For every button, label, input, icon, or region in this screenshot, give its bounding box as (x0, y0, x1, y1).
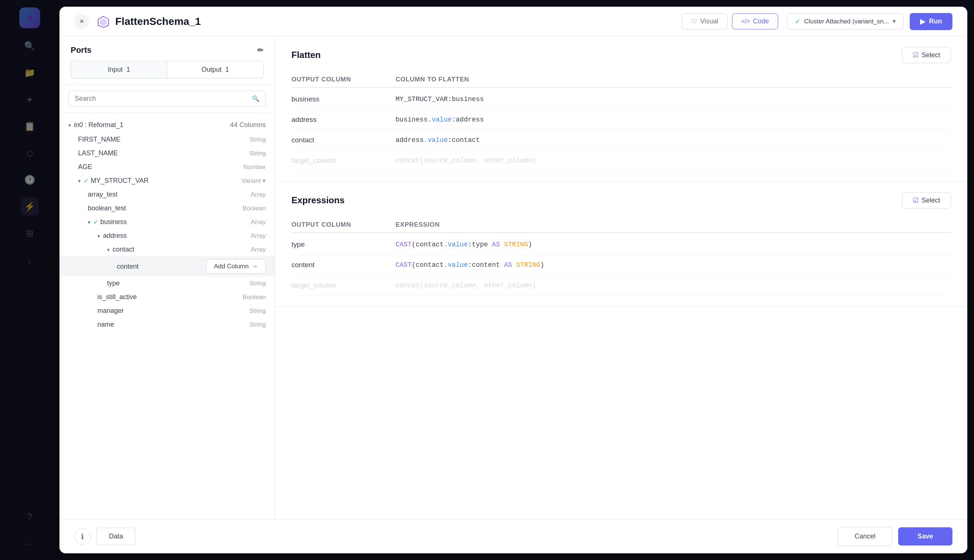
visual-view-button[interactable]: ♡ Visual (682, 13, 727, 30)
columns-count: 44 Columns (230, 121, 266, 129)
flatten-value-address: business.value:address (395, 116, 951, 123)
flatten-output-placeholder: target_column (292, 157, 395, 165)
flatten-section: Flatten ☑ Select Output Column Column to… (275, 37, 967, 182)
item-name: array_test (88, 191, 117, 198)
cluster-button[interactable]: ✓ Cluster Attached (variant_sn... ▾ (787, 13, 904, 30)
modal-header: × FlattenSchema_1 ♡ Visual </> Code ✓ Cl… (60, 7, 967, 37)
add-column-button[interactable]: Add Column → (206, 259, 266, 273)
tree-item-contact[interactable]: ▾ contact Array (60, 243, 275, 257)
item-name: name (97, 321, 114, 328)
chevron-down-icon: ▾ (78, 178, 81, 184)
flatten-select-button[interactable]: ☑ Select (902, 47, 951, 63)
expr-value-content: CAST(contact.value:content AS STRING) (395, 261, 951, 269)
chevron-down-icon: ▾ (892, 17, 896, 25)
port-tabs: Input 1 Output 1 (71, 61, 264, 78)
input-tab[interactable]: Input 1 (71, 61, 167, 78)
ports-title-row: Ports ✏ (71, 45, 264, 55)
tree-item-type[interactable]: type String (60, 277, 275, 290)
expr-row-placeholder[interactable]: target_column concat(source_column, othe… (292, 275, 951, 296)
flatten-row-address: address business.value:address (292, 110, 951, 130)
check-icon: ✓ (83, 177, 88, 184)
tree-item-array-test[interactable]: array_test Array (60, 188, 275, 202)
checkbox-icon: ☑ (913, 196, 919, 204)
tree-item-first-name[interactable]: FIRST_NAME String (60, 133, 275, 147)
item-type: String (249, 150, 266, 157)
item-type: Boolean (243, 293, 266, 301)
flatten-output-business: business (292, 95, 395, 103)
expr-value-placeholder: concat(source_column, other_column) (395, 282, 951, 289)
modal-container: × FlattenSchema_1 ♡ Visual </> Code ✓ Cl… (60, 7, 967, 553)
run-button[interactable]: ▶ Run (910, 13, 952, 30)
code-icon: </> (741, 18, 750, 25)
flatten-row-placeholder[interactable]: target_column concat(source_column, othe… (292, 150, 951, 171)
item-type: Array (250, 191, 266, 198)
cluster-check-icon: ✓ (795, 17, 801, 26)
expressions-select-button[interactable]: ☑ Select (902, 192, 951, 208)
tree-item-business[interactable]: ▾ ✓ business Array (60, 215, 275, 229)
tree-item-name[interactable]: name String (60, 318, 275, 332)
right-panel: Flatten ☑ Select Output Column Column to… (275, 37, 967, 519)
modal-title: FlattenSchema_1 (115, 16, 682, 27)
tree-item-age[interactable]: AGE Number (60, 160, 275, 174)
flatten-output-address: address (292, 115, 395, 124)
code-view-button[interactable]: </> Code (732, 13, 778, 29)
item-name: contact (113, 246, 134, 253)
item-name: is_still_active (97, 293, 137, 301)
view-toggle: ♡ Visual </> Code (682, 13, 778, 30)
ports-section: Ports ✏ Input 1 Output 1 (60, 37, 275, 85)
save-button[interactable]: Save (898, 527, 952, 545)
expr-row-content: content CAST(contact.value:content AS ST… (292, 255, 951, 275)
item-type: String (249, 307, 266, 315)
item-type: Array (250, 232, 266, 240)
edit-icon[interactable]: ✏ (257, 46, 264, 55)
item-type: Array (250, 246, 266, 253)
schema-source-header[interactable]: ▾ in0 : Reformat_1 44 Columns (60, 117, 275, 133)
tree-item-manager[interactable]: manager String (60, 304, 275, 318)
expr-col-header: Expression (395, 221, 951, 228)
flatten-output-header: Output Column (292, 76, 395, 83)
expressions-section: Expressions ☑ Select Output Column Expre… (275, 182, 967, 307)
tree-item-is-still-active[interactable]: is_still_active Boolean (60, 290, 275, 304)
flatten-output-contact: contact (292, 136, 395, 144)
expr-output-placeholder: target_column (292, 281, 395, 290)
expr-row-type: type CAST(contact.value:type AS STRING) (292, 235, 951, 255)
modal-type-icon (97, 15, 110, 28)
item-name: FIRST_NAME (78, 136, 120, 143)
cancel-button[interactable]: Cancel (838, 527, 892, 546)
tree-item-last-name[interactable]: LAST_NAME String (60, 147, 275, 160)
search-input[interactable] (75, 95, 249, 103)
check-icon: ✓ (93, 218, 98, 225)
data-button[interactable]: Data (97, 528, 135, 545)
tree-item-content[interactable]: content Add Column → (60, 257, 275, 277)
item-type: Number (244, 163, 266, 171)
chevron-down-icon: ▾ (107, 247, 110, 253)
search-box: 🔍 (60, 85, 275, 113)
modal-close-button[interactable]: × (74, 14, 89, 29)
chevron-down-icon: ▾ (68, 122, 71, 128)
tree-item-boolean-test[interactable]: boolean_test Boolean (60, 202, 275, 215)
item-name: LAST_NAME (78, 149, 118, 157)
item-name: AGE (78, 163, 92, 171)
expr-output-header: Output Column (292, 221, 395, 228)
expr-output-type: type (292, 240, 395, 248)
chevron-down-icon: ▾ (262, 177, 266, 185)
ports-title: Ports (71, 45, 92, 55)
flatten-row-business: business MY_STRUCT_VAR:business (292, 89, 951, 110)
flatten-table-head: Output Column Column to flatten (292, 72, 951, 88)
flatten-value-business: MY_STRUCT_VAR:business (395, 95, 951, 103)
expr-output-content: content (292, 261, 395, 269)
item-type: Array (250, 218, 266, 226)
tree-item-my-struct-var[interactable]: ▾ ✓ MY_STRUCT_VAR Variant ▾ (60, 174, 275, 188)
flatten-row-contact: contact address.value:contact (292, 130, 951, 150)
tree-item-address[interactable]: ▾ address Array (60, 229, 275, 243)
modal-footer: ℹ Data Cancel Save (60, 519, 967, 553)
heart-icon: ♡ (691, 17, 697, 26)
item-type: String (249, 321, 266, 328)
output-tab[interactable]: Output 1 (167, 61, 264, 78)
source-label: in0 : Reformat_1 (74, 121, 123, 129)
search-input-wrap[interactable]: 🔍 (68, 91, 266, 107)
flatten-title-row: Flatten ☑ Select (292, 47, 951, 63)
info-button[interactable]: ℹ (74, 528, 91, 545)
flatten-col-header: Column to flatten (395, 76, 951, 83)
play-icon: ▶ (920, 17, 925, 26)
